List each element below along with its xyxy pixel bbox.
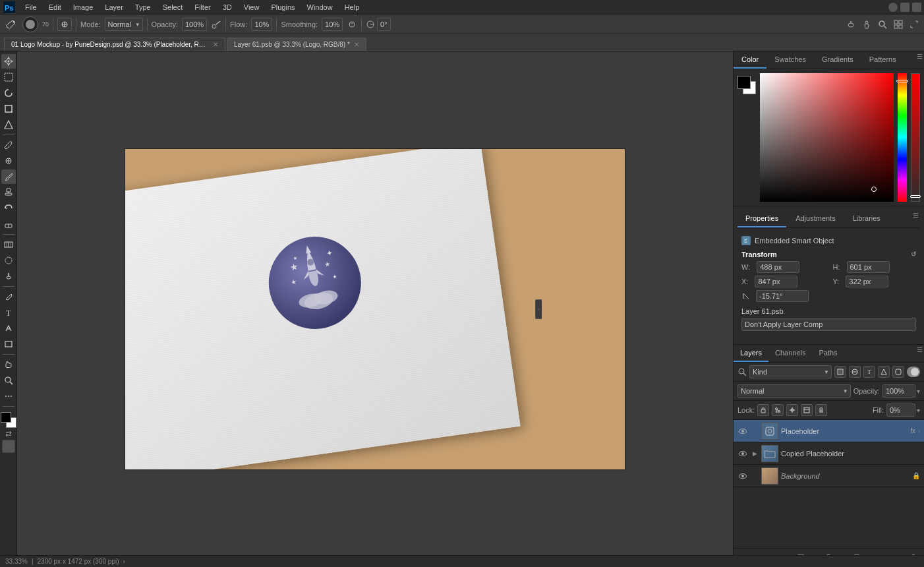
brush-options-btn[interactable] — [57, 18, 72, 31]
tab-secondary-close[interactable]: ✕ — [354, 41, 359, 48]
filter-adjustment-icon[interactable] — [849, 366, 861, 378]
stamp-tool[interactable] — [1, 185, 16, 200]
filter-toggle[interactable] — [907, 367, 920, 377]
transform-tool[interactable] — [1, 117, 16, 132]
filter-shape-icon[interactable] — [878, 366, 890, 378]
hue-slider[interactable] — [898, 73, 907, 202]
opacity-input[interactable]: 100% — [182, 18, 207, 31]
menu-file[interactable]: File — [20, 2, 42, 13]
menu-layer[interactable]: Layer — [100, 2, 129, 13]
maximize-btn[interactable] — [900, 3, 910, 12]
lock-all-btn[interactable] — [815, 404, 827, 416]
layout-icon[interactable] — [892, 18, 904, 30]
expand-icon[interactable] — [908, 18, 920, 30]
dodge-tool[interactable] — [1, 269, 16, 284]
angle-select[interactable]: -15.71° — [756, 290, 809, 302]
tab-secondary[interactable]: Layer 61.psb @ 33.3% (Logo, RGB/8) * ✕ — [227, 38, 366, 51]
tab-main-close[interactable]: ✕ — [213, 41, 218, 48]
layers-expand-icon[interactable]: ☰ — [915, 345, 924, 354]
fg-color-swatch[interactable] — [737, 76, 751, 89]
visibility-background[interactable] — [737, 471, 748, 481]
visibility-copied[interactable] — [737, 448, 748, 459]
text-tool[interactable]: T — [1, 305, 16, 320]
move-tool[interactable] — [1, 54, 16, 69]
tab-swatches[interactable]: Swatches — [766, 51, 814, 69]
close-btn[interactable] — [912, 3, 921, 12]
color-panel-expand-icon[interactable]: ☰ — [915, 51, 924, 61]
layer-item-background[interactable]: Background 🔒 — [734, 465, 924, 487]
angle-input[interactable]: 0° — [377, 18, 391, 31]
properties-expand-icon[interactable]: ☰ — [911, 210, 920, 220]
fill-arrow[interactable]: ▾ — [917, 407, 920, 414]
pressure-icon[interactable] — [845, 18, 857, 30]
menu-help[interactable]: Help — [339, 2, 365, 13]
flow-input[interactable]: 10% — [251, 18, 272, 31]
brush-tool-icon[interactable] — [4, 17, 18, 32]
opacity-input-layers[interactable] — [882, 384, 915, 398]
hand-tool[interactable] — [1, 357, 16, 372]
crop-tool[interactable] — [1, 102, 16, 116]
width-input[interactable] — [757, 261, 799, 273]
canvas-area[interactable]: › — [17, 51, 733, 567]
more-tools[interactable] — [1, 389, 16, 403]
tab-properties[interactable]: Properties — [737, 210, 786, 227]
menu-view[interactable]: View — [239, 2, 265, 13]
layer-item-placeholder[interactable]: Placeholder fx › — [734, 420, 924, 442]
tab-main[interactable]: 01 Logo Mockup - by PuneDesign.psd @ 33.… — [4, 38, 225, 51]
transform-reset-btn[interactable]: ↺ — [911, 251, 916, 258]
selection-tool[interactable] — [1, 70, 16, 84]
tab-adjustments[interactable]: Adjustments — [788, 210, 844, 227]
layer-blend-mode-select[interactable]: Normal — [737, 384, 851, 398]
filter-smart-icon[interactable] — [892, 366, 904, 378]
smoothing-input[interactable]: 10% — [322, 18, 343, 31]
gradient-tool[interactable] — [1, 237, 16, 252]
x-input[interactable] — [755, 276, 797, 287]
alpha-slider[interactable] — [911, 73, 920, 202]
menu-edit[interactable]: Edit — [43, 2, 67, 13]
zoom-tool[interactable] — [1, 373, 16, 388]
layer-expand-copied[interactable]: ▶ — [751, 450, 759, 458]
blur-tool[interactable] — [1, 253, 16, 268]
tab-patterns[interactable]: Patterns — [861, 51, 904, 69]
y-input[interactable] — [846, 276, 888, 287]
foreground-color[interactable] — [1, 412, 11, 423]
pose-icon[interactable] — [861, 18, 873, 30]
menu-type[interactable]: Type — [130, 2, 156, 13]
tab-paths[interactable]: Paths — [813, 345, 844, 362]
filter-pixel-icon[interactable] — [834, 366, 846, 378]
tab-layers[interactable]: Layers — [734, 345, 768, 362]
blend-mode-select[interactable]: Normal — [105, 18, 143, 31]
search-icon[interactable] — [877, 18, 888, 30]
rectangle-tool[interactable] — [1, 337, 16, 351]
healing-tool[interactable] — [1, 154, 16, 168]
lock-position-btn[interactable] — [786, 404, 798, 416]
tab-channels[interactable]: Channels — [768, 345, 812, 362]
canvas-image[interactable]: ★ ★ ★ ✦ ★ ★ — [125, 148, 625, 470]
pen-tool[interactable] — [1, 289, 16, 304]
menu-plugins[interactable]: Plugins — [266, 2, 300, 13]
menu-select[interactable]: Select — [158, 2, 188, 13]
smoothing-options-icon[interactable] — [347, 19, 357, 30]
history-brush-tool[interactable] — [1, 201, 16, 216]
brush-tool[interactable] — [1, 169, 16, 184]
fill-input[interactable] — [886, 403, 915, 417]
status-expand-arrow[interactable]: › — [123, 558, 125, 565]
tab-color[interactable]: Color — [734, 51, 766, 69]
opacity-arrow[interactable]: ▾ — [917, 388, 920, 395]
swap-colors-icon[interactable] — [5, 431, 12, 437]
lock-transparent-pixels-btn[interactable] — [757, 404, 769, 416]
quick-mask-btn[interactable] — [2, 440, 15, 453]
minimize-btn[interactable] — [888, 3, 898, 12]
airbrush-icon[interactable] — [211, 19, 221, 30]
menu-window[interactable]: Window — [302, 2, 338, 13]
lock-artboard-btn[interactable] — [801, 404, 813, 416]
menu-filter[interactable]: Filter — [189, 2, 216, 13]
height-input[interactable] — [847, 261, 890, 273]
color-spectrum-gradient[interactable] — [760, 73, 894, 202]
layer-filter-type-select[interactable]: Kind — [749, 365, 832, 378]
path-selection-tool[interactable] — [1, 321, 16, 336]
eyedropper-tool[interactable] — [1, 138, 16, 152]
color-spectrum-container[interactable] — [760, 73, 894, 202]
fx-icon-placeholder[interactable]: fx — [910, 427, 915, 434]
panel-collapse-btn[interactable]: › — [535, 299, 542, 319]
